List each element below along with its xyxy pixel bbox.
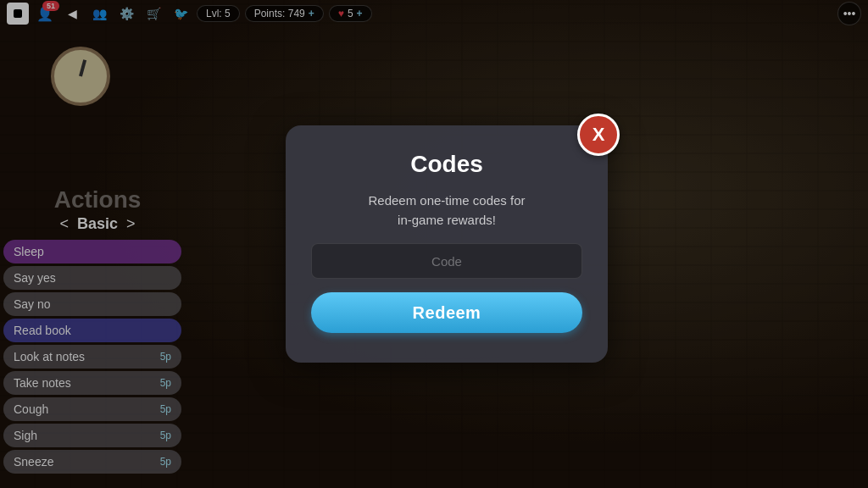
modal-close-btn[interactable]: X: [577, 114, 620, 156]
modal-subtitle: Redeem one-time codes forin-game rewards…: [368, 191, 525, 230]
code-input[interactable]: [311, 243, 582, 279]
modal-overlay: X Codes Redeem one-time codes forin-game…: [0, 0, 868, 488]
close-icon: X: [593, 125, 605, 144]
modal-title: Codes: [410, 151, 483, 178]
codes-modal: X Codes Redeem one-time codes forin-game…: [286, 125, 608, 363]
redeem-button[interactable]: Redeem: [311, 292, 582, 333]
